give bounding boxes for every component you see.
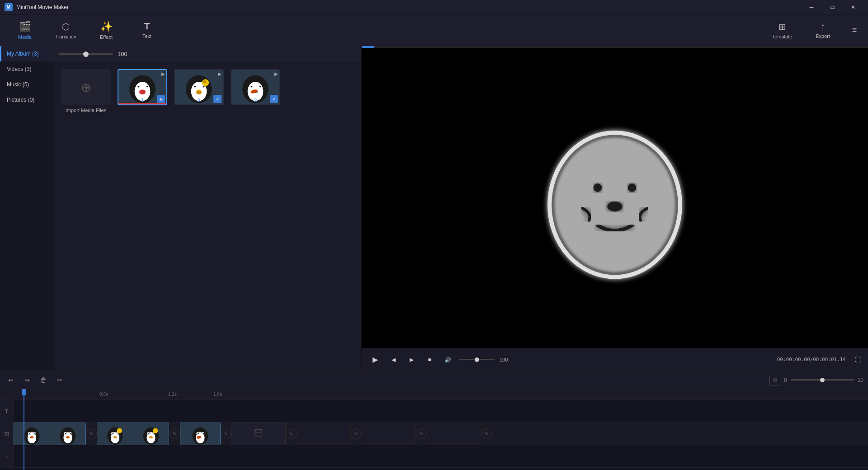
app-title: MiniTool Movie Maker bbox=[16, 4, 69, 10]
import-media-item[interactable]: ⊕ Import Media Files bbox=[61, 69, 111, 113]
video-track-content: ↻ bbox=[14, 423, 868, 445]
svg-point-25 bbox=[250, 86, 252, 88]
template-icon: ⊞ bbox=[778, 21, 786, 32]
playhead[interactable] bbox=[24, 389, 24, 470]
transition-empty-2[interactable]: ↻ bbox=[351, 428, 362, 439]
toolbar: 🎬 Media ⬡ Transition ✨ Effect T Text ⊞ T… bbox=[0, 14, 868, 46]
transition-2-3[interactable]: ↻ bbox=[169, 428, 180, 439]
empty-slot-3 bbox=[362, 424, 416, 444]
audio-track-content bbox=[14, 445, 868, 467]
app-icon: M bbox=[5, 3, 13, 11]
transition-1-2[interactable]: ↻ bbox=[86, 428, 97, 439]
media-item-3[interactable]: ▶ ✓ 3 bbox=[231, 69, 280, 113]
import-label: Import Media Files bbox=[66, 108, 106, 113]
text-label: Text bbox=[142, 33, 151, 39]
video-clip-3[interactable] bbox=[180, 423, 221, 445]
video-clip-2[interactable] bbox=[97, 423, 169, 445]
redo-button[interactable]: ↪ bbox=[21, 374, 33, 386]
toolbar-text[interactable]: T Text bbox=[127, 15, 167, 45]
svg-point-34 bbox=[607, 202, 622, 211]
preview-panel: ▶ ◀ ▶ ■ 🔊 100 00:00:00.00/00:00:01.14 ⛶ bbox=[362, 46, 868, 371]
svg-point-68 bbox=[149, 436, 153, 438]
video-track-row: ⊞ bbox=[0, 423, 868, 445]
zoom-slider[interactable] bbox=[791, 379, 854, 381]
timeline-ruler: 0.6s 1.2s 1.6s bbox=[0, 389, 868, 400]
preview-controls: ▶ ◀ ▶ ■ 🔊 100 00:00:00.00/00:00:01.14 ⛶ bbox=[362, 348, 868, 371]
transition-3-empty[interactable]: ↻ bbox=[221, 428, 231, 439]
clip1-video-icon: ▶ bbox=[161, 71, 165, 76]
minimize-button[interactable]: ─ bbox=[801, 0, 822, 14]
svg-point-8 bbox=[139, 91, 145, 95]
sidebar-item-videos[interactable]: Videos (3) bbox=[0, 61, 54, 77]
clip2-mini-thumb-b bbox=[133, 423, 169, 445]
svg-point-42 bbox=[30, 436, 34, 438]
sidebar-item-my-album[interactable]: My Album (3) bbox=[0, 46, 54, 61]
timeline-toolbar: ↩ ↪ 🗑 ✂ ⊞ 0 10 bbox=[0, 371, 868, 389]
media-item-2[interactable]: ▶ ✓ 2 bbox=[174, 69, 224, 113]
transition-empty-1[interactable]: ↻ bbox=[286, 428, 297, 439]
svg-point-50 bbox=[66, 436, 70, 438]
fullscreen-button[interactable]: ⛶ bbox=[855, 356, 861, 363]
play-button[interactable]: ▶ bbox=[368, 353, 382, 367]
titlebar: M MiniTool Movie Maker ─ ▭ ✕ bbox=[0, 0, 868, 14]
video-track-icon: ⊞ bbox=[4, 430, 9, 437]
zoom-min-label: 0 bbox=[784, 377, 787, 383]
clip3-video-icon: ▶ bbox=[274, 71, 278, 76]
svg-point-66 bbox=[153, 433, 155, 434]
hamburger-button[interactable]: ≡ bbox=[845, 15, 863, 45]
template-label: Template bbox=[772, 34, 793, 39]
toolbar-template[interactable]: ⊞ Template bbox=[764, 15, 800, 45]
import-thumb[interactable]: ⊕ bbox=[61, 69, 111, 105]
prev-frame-button[interactable]: ◀ bbox=[387, 353, 400, 367]
toolbar-effect[interactable]: ✨ Effect bbox=[86, 15, 127, 45]
split-button[interactable]: ⊞ bbox=[769, 375, 780, 385]
toolbar-export[interactable]: ↑ Export bbox=[805, 15, 841, 45]
svg-point-58 bbox=[117, 428, 122, 433]
svg-point-65 bbox=[148, 433, 150, 434]
close-button[interactable]: ✕ bbox=[843, 0, 863, 14]
media-thumb-2[interactable]: ▶ ✓ 2 bbox=[174, 69, 224, 105]
toolbar-media[interactable]: 🎬 Media bbox=[5, 15, 45, 45]
media-icon: 🎬 bbox=[19, 21, 31, 33]
empty-clip-slot[interactable]: 🎞 bbox=[231, 423, 286, 445]
svg-point-57 bbox=[118, 433, 119, 434]
media-size-slider[interactable] bbox=[59, 53, 113, 55]
titlebar-left: M MiniTool Movie Maker bbox=[5, 3, 69, 11]
text-track-content bbox=[14, 400, 868, 422]
export-icon: ↑ bbox=[821, 21, 825, 32]
cut-button[interactable]: ✂ bbox=[53, 374, 66, 386]
text-track-label: T bbox=[0, 400, 14, 422]
preview-video bbox=[362, 48, 868, 348]
text-track-row: T bbox=[0, 400, 868, 423]
next-frame-button[interactable]: ▶ bbox=[405, 353, 418, 367]
toolbar-transition[interactable]: ⬡ Transition bbox=[45, 15, 86, 45]
timeline: ↩ ↪ 🗑 ✂ ⊞ 0 10 0.6s 1.2s 1.6s T bbox=[0, 371, 868, 470]
volume-slider[interactable] bbox=[459, 359, 495, 360]
transition-empty-4[interactable]: ↻ bbox=[481, 428, 492, 439]
transition-empty-3[interactable]: ↻ bbox=[416, 428, 427, 439]
clip1-mini-thumb-a bbox=[14, 423, 50, 445]
text-icon: T bbox=[144, 21, 150, 32]
stop-button[interactable]: ■ bbox=[423, 353, 436, 367]
restore-button[interactable]: ▭ bbox=[822, 0, 843, 14]
undo-button[interactable]: ↩ bbox=[5, 374, 17, 386]
volume-button[interactable]: 🔊 bbox=[441, 353, 454, 367]
svg-point-40 bbox=[29, 433, 30, 434]
svg-point-49 bbox=[70, 433, 71, 434]
svg-point-41 bbox=[34, 433, 36, 434]
svg-point-5 bbox=[137, 86, 139, 88]
empty-slot-2 bbox=[297, 424, 351, 444]
media-item-1[interactable]: ▶ + 1 bbox=[118, 69, 167, 113]
sidebar-item-pictures[interactable]: Pictures (0) bbox=[0, 92, 54, 108]
media-thumb-3[interactable]: ▶ ✓ 3 bbox=[231, 69, 280, 105]
transition-label: Transition bbox=[55, 34, 76, 39]
svg-point-17 bbox=[196, 91, 202, 95]
sidebar-item-music[interactable]: Music (5) bbox=[0, 77, 54, 92]
clip1-add-button[interactable]: + bbox=[157, 95, 165, 103]
video-clip-1[interactable] bbox=[14, 423, 86, 445]
clip2-mini-thumb-a bbox=[97, 423, 133, 445]
delete-button[interactable]: 🗑 bbox=[37, 374, 50, 386]
export-label: Export bbox=[816, 33, 830, 39]
media-thumb-1[interactable]: ▶ + 1 bbox=[118, 69, 167, 105]
playhead-handle[interactable] bbox=[22, 389, 26, 395]
